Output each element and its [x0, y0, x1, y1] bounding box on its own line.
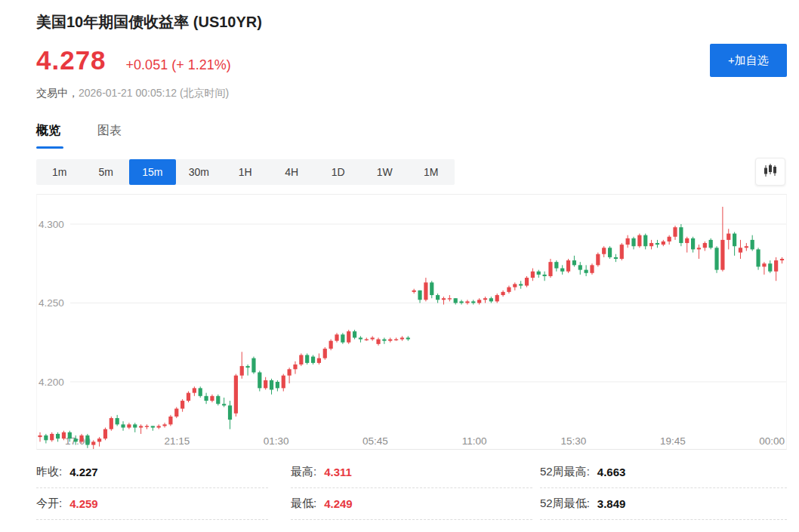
interval-1w[interactable]: 1W	[362, 159, 409, 185]
interval-30m[interactable]: 30m	[176, 159, 223, 185]
svg-text:19:45: 19:45	[660, 435, 686, 447]
stat-low: 最低: 4.249	[291, 488, 532, 520]
svg-text:21:15: 21:15	[164, 435, 190, 447]
stats-column-3: 52周最高: 4.663 52周最低: 3.849	[540, 457, 787, 520]
stat-low-label: 最低:	[291, 497, 316, 511]
kline-svg: 4.3004.2504.20017:0021:1501:3005:4511:00…	[37, 195, 786, 449]
price-change: +0.051 (+ 1.21%)	[126, 57, 231, 73]
stat-low-value: 4.249	[324, 497, 353, 510]
stat-open-label: 今开:	[36, 497, 62, 511]
svg-text:4.300: 4.300	[39, 219, 64, 230]
tab-chart[interactable]: 图表	[97, 123, 122, 149]
stat-52w-high: 52周最高: 4.663	[540, 457, 787, 488]
svg-text:01:30: 01:30	[264, 435, 289, 447]
stat-prev-close-label: 昨收:	[36, 465, 62, 479]
page-title: 美国10年期国债收益率 (US10YR)	[36, 12, 262, 32]
interval-15m[interactable]: 15m	[129, 159, 176, 185]
quote-timestamp: 2026-01-21 00:05:12 (北京时间)	[79, 87, 229, 99]
quote-stats: 昨收: 4.227 今开: 4.259 最高: 4.311 最低: 4.249 …	[36, 457, 787, 520]
stat-high-value: 4.311	[324, 466, 352, 478]
stat-open-value: 4.259	[69, 497, 98, 510]
tab-overview-label: 概览	[36, 124, 60, 137]
interval-1h[interactable]: 1H	[222, 159, 269, 185]
interval-1mo[interactable]: 1M	[408, 159, 455, 185]
interval-1d[interactable]: 1D	[315, 159, 362, 185]
candlestick-chart-icon	[762, 163, 779, 181]
tab-overview[interactable]: 概览	[36, 123, 60, 149]
stat-52w-low-label: 52周最低:	[540, 497, 590, 511]
active-tab-underline	[36, 146, 63, 149]
svg-text:4.250: 4.250	[39, 297, 64, 309]
price-row: 4.278 +0.051 (+ 1.21%)	[36, 45, 231, 75]
last-price: 4.278	[36, 45, 106, 75]
svg-text:00:00: 00:00	[759, 435, 785, 447]
stats-column-1: 昨收: 4.227 今开: 4.259	[36, 457, 268, 520]
tab-chart-label: 图表	[97, 124, 122, 137]
stat-high: 最高: 4.311	[291, 457, 532, 488]
stat-prev-close-value: 4.227	[69, 466, 98, 478]
chart-type-button[interactable]	[755, 158, 785, 186]
trading-status: 交易中，	[36, 87, 79, 99]
svg-text:4.200: 4.200	[39, 377, 64, 388]
stat-52w-low: 52周最低: 3.849	[540, 488, 787, 520]
svg-text:11:00: 11:00	[462, 435, 487, 447]
tab-bar: 概览 图表	[36, 123, 159, 149]
candlestick-chart[interactable]: 4.3004.2504.20017:0021:1501:3005:4511:00…	[36, 194, 787, 450]
status-row: 交易中，2026-01-21 00:05:12 (北京时间)	[36, 87, 229, 100]
stat-52w-high-label: 52周最高:	[540, 465, 590, 479]
stat-open: 今开: 4.259	[36, 488, 268, 520]
svg-text:15:30: 15:30	[561, 435, 587, 447]
chart-toolbar: 1m 5m 15m 30m 1H 4H 1D 1W 1M	[36, 159, 787, 186]
interval-4h[interactable]: 4H	[269, 159, 316, 185]
stats-column-2: 最高: 4.311 最低: 4.249	[291, 457, 532, 520]
interval-1m[interactable]: 1m	[36, 159, 83, 185]
stat-prev-close: 昨收: 4.227	[36, 457, 268, 488]
interval-5m[interactable]: 5m	[83, 159, 130, 185]
add-watchlist-button[interactable]: +加自选	[710, 44, 787, 77]
interval-bar: 1m 5m 15m 30m 1H 4H 1D 1W 1M	[36, 159, 455, 185]
stat-52w-high-value: 4.663	[597, 466, 626, 478]
svg-text:05:45: 05:45	[362, 435, 388, 447]
stat-52w-low-value: 3.849	[597, 497, 626, 510]
stat-high-label: 最高:	[291, 465, 316, 479]
